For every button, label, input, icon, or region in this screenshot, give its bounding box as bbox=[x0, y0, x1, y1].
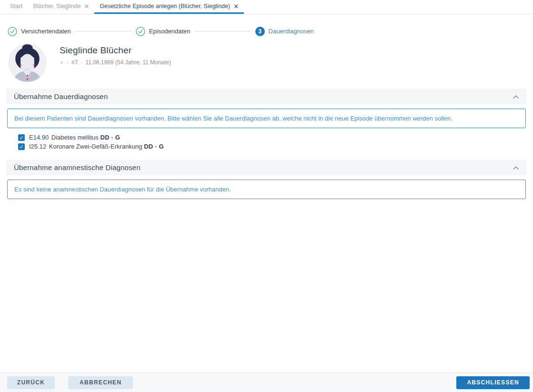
patient-number: #7 bbox=[71, 59, 78, 66]
step-label: Versichertendaten bbox=[21, 28, 71, 35]
avatar bbox=[8, 43, 47, 82]
wizard-stepper: Versichertendaten Episodendaten 3 Dauerd… bbox=[0, 14, 533, 36]
diagnosis-code: I25.12 bbox=[29, 143, 46, 150]
tab-label: Blücher, Sieglinde bbox=[33, 3, 80, 10]
tab-patient[interactable]: Blücher, Sieglinde ✕ bbox=[28, 0, 94, 14]
diagnosis-checkbox[interactable]: ✓ bbox=[18, 143, 25, 150]
step-number-badge: 3 bbox=[255, 27, 265, 36]
stepper-connector bbox=[75, 31, 131, 31]
patient-avatar-illustration bbox=[8, 43, 47, 82]
tab-label: Gesetzliche Episode anlegen (Blücher, Si… bbox=[100, 3, 230, 10]
tab-label: Start bbox=[10, 3, 22, 10]
check-circle-icon bbox=[8, 27, 17, 36]
diagnosis-list: ✓ E14.90 Diabetes mellitus DD · G ✓ I25.… bbox=[18, 133, 533, 151]
diagnosis-label: I25.12 Koronare Zwei-Gefäß-Erkrankung DD… bbox=[29, 143, 164, 150]
close-icon[interactable]: ✕ bbox=[84, 3, 89, 10]
tab-episode-anlegen[interactable]: Gesetzliche Episode anlegen (Blücher, Si… bbox=[94, 0, 244, 14]
cancel-button[interactable]: ABBRECHEN bbox=[68, 376, 133, 389]
patient-info: Sieglinde Blücher ♀ · #7 · 11.06.1969 (5… bbox=[47, 43, 171, 66]
gender-female-icon: ♀ bbox=[60, 59, 64, 66]
diagnosis-row: ✓ I25.12 Koronare Zwei-Gefäß-Erkrankung … bbox=[18, 142, 533, 151]
diagnosis-checkbox[interactable]: ✓ bbox=[18, 134, 25, 141]
step-label: Dauerdiagnosen bbox=[269, 28, 314, 35]
chevron-up-icon[interactable] bbox=[513, 94, 519, 99]
patient-header: Sieglinde Blücher ♀ · #7 · 11.06.1969 (5… bbox=[0, 36, 533, 82]
chevron-up-icon[interactable] bbox=[513, 165, 519, 170]
tab-bar: Start Blücher, Sieglinde ✕ Gesetzliche E… bbox=[0, 0, 533, 14]
diagnosis-badge: DD · G bbox=[144, 143, 164, 150]
diagnosis-name: Diabetes mellitus bbox=[51, 134, 99, 141]
check-circle-icon bbox=[136, 27, 145, 36]
section-title: Übernahme Dauerdiagnosen bbox=[14, 92, 108, 101]
diagnosis-row: ✓ E14.90 Diabetes mellitus DD · G bbox=[18, 133, 533, 142]
patient-birth-info: 11.06.1969 (54 Jahre, 11 Monate) bbox=[85, 59, 171, 66]
back-button[interactable]: ZURÜCK bbox=[7, 376, 55, 389]
step-episodendaten[interactable]: Episodendaten bbox=[136, 27, 191, 36]
meta-separator: · bbox=[80, 59, 82, 66]
close-icon[interactable]: ✕ bbox=[233, 3, 239, 10]
tab-start[interactable]: Start bbox=[5, 0, 28, 14]
finish-button[interactable]: ABSCHLIESSEN bbox=[456, 376, 530, 389]
diagnosis-name: Koronare Zwei-Gefäß-Erkrankung bbox=[49, 143, 142, 150]
section-header-anamnestische-diagnosen[interactable]: Übernahme anamnestische Diagnosen bbox=[6, 160, 527, 175]
patient-meta: ♀ · #7 · 11.06.1969 (54 Jahre, 11 Monate… bbox=[60, 59, 171, 66]
section-header-dauerdiagnosen[interactable]: Übernahme Dauerdiagnosen bbox=[6, 89, 527, 104]
step-dauerdiagnosen[interactable]: 3 Dauerdiagnosen bbox=[255, 27, 314, 36]
diagnosis-label: E14.90 Diabetes mellitus DD · G bbox=[29, 134, 120, 141]
info-message-dauerdiagnosen: Bei diesem Patienten sind Dauerdiagnosen… bbox=[7, 109, 526, 128]
meta-separator: · bbox=[67, 59, 69, 66]
info-message-anamnestische: Es sind keine anamnestischen Dauerdiagno… bbox=[7, 180, 526, 199]
diagnosis-badge: DD · G bbox=[100, 134, 120, 141]
footer-action-bar: ZURÜCK ABBRECHEN ABSCHLIESSEN bbox=[0, 372, 533, 392]
step-versichertendaten[interactable]: Versichertendaten bbox=[8, 27, 71, 36]
patient-name: Sieglinde Blücher bbox=[60, 45, 171, 56]
step-label: Episodendaten bbox=[149, 28, 191, 35]
section-title: Übernahme anamnestische Diagnosen bbox=[14, 163, 141, 171]
diagnosis-code: E14.90 bbox=[29, 134, 49, 141]
stepper-connector bbox=[195, 31, 251, 31]
